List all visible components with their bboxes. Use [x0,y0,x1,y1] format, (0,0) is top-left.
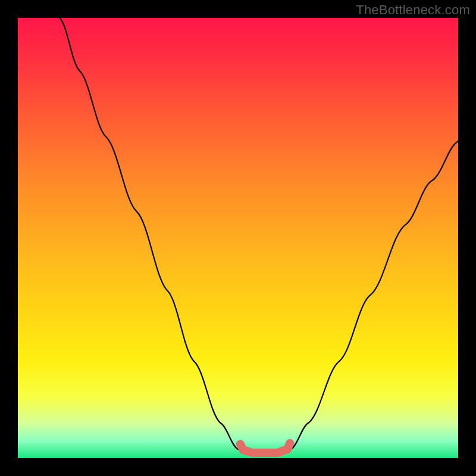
optimal-zone-path [240,443,290,453]
curve-layer [18,18,458,458]
chart-frame: TheBottleneck.com [0,0,476,476]
watermark-text: TheBottleneck.com [356,2,470,18]
bottleneck-curve-path [60,18,458,456]
plot-area [18,18,458,458]
